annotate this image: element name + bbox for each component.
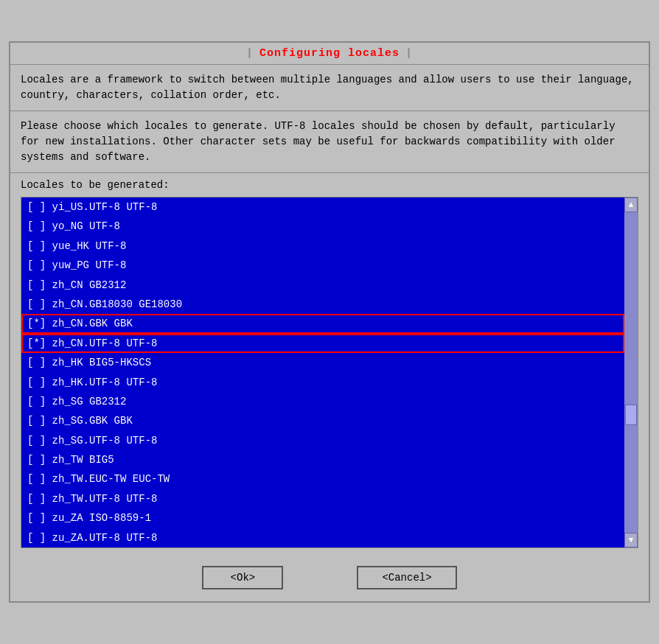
list-item[interactable]: [ ] zh_CN.GB18030 GE18030 (21, 295, 624, 314)
ok-button[interactable]: <Ok> (202, 566, 283, 589)
scroll-track (624, 212, 638, 533)
button-bar: <Ok> <Cancel> (10, 554, 649, 601)
dialog-title: Configuring locales (259, 47, 400, 60)
list-item[interactable]: [ ] yo_NG UTF-8 (21, 217, 624, 236)
list-item[interactable]: [ ] yi_US.UTF-8 UTF-8 (21, 197, 624, 217)
locales-label: Locales to be generated: (10, 173, 649, 194)
list-item[interactable]: [ ] zh_SG.UTF-8 UTF-8 (21, 431, 624, 450)
list-item[interactable]: [ ] yuw_PG UTF-8 (21, 256, 624, 275)
description2: Please choose which locales to generate.… (10, 111, 649, 173)
title-bar: | Configuring locales | (10, 43, 649, 65)
list-item[interactable]: [ ] zh_HK.UTF-8 UTF-8 (21, 373, 624, 392)
list-item[interactable]: [*] zh_CN.GBK GBK (21, 314, 624, 333)
list-item[interactable]: [ ] zh_CN GB2312 (21, 276, 624, 295)
description1: Locales are a framework to switch betwee… (10, 65, 649, 111)
title-pipe-right: | (405, 47, 413, 60)
list-item[interactable]: [ ] yue_HK UTF-8 (21, 237, 624, 256)
list-item[interactable]: [ ] zu_ZA ISO-8859-1 (21, 508, 624, 528)
scrollbar[interactable]: ▲ ▼ (624, 197, 638, 547)
list-item[interactable]: [ ] zh_HK BIG5-HKSCS (21, 353, 624, 372)
scroll-thumb[interactable] (625, 405, 637, 425)
locale-list-container: [ ] yi_US.UTF-8 UTF-8[ ] yo_NG UTF-8[ ] … (21, 197, 638, 548)
list-item[interactable]: [ ] zh_SG GB2312 (21, 392, 624, 411)
scroll-down-button[interactable]: ▼ (624, 533, 638, 547)
cancel-button[interactable]: <Cancel> (357, 566, 456, 589)
list-item[interactable]: [ ] zh_TW BIG5 (21, 450, 624, 469)
title-pipe-left: | (246, 47, 254, 60)
locale-list[interactable]: [ ] yi_US.UTF-8 UTF-8[ ] yo_NG UTF-8[ ] … (21, 197, 624, 547)
list-item[interactable]: [ ] zh_SG.GBK GBK (21, 411, 624, 430)
list-item[interactable]: [*] zh_CN.UTF-8 UTF-8 (21, 334, 624, 353)
list-item[interactable]: [ ] zu_ZA.UTF-8 UTF-8 (21, 528, 624, 547)
configure-locales-dialog: | Configuring locales | Locales are a fr… (9, 41, 650, 603)
scroll-up-button[interactable]: ▲ (624, 197, 638, 212)
list-item[interactable]: [ ] zh_TW.UTF-8 UTF-8 (21, 489, 624, 508)
list-item[interactable]: [ ] zh_TW.EUC-TW EUC-TW (21, 469, 624, 489)
